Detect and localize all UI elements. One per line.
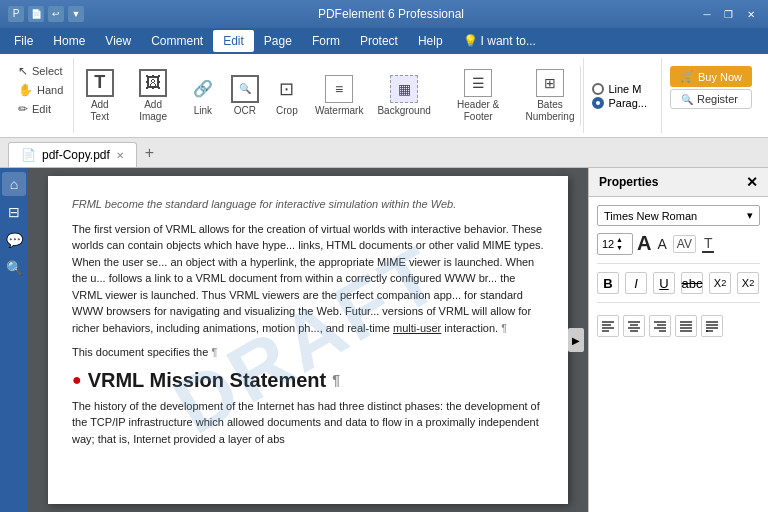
superscript-button[interactable]: X2 (709, 272, 731, 294)
close-button[interactable]: ✕ (742, 7, 760, 21)
align-right-button[interactable] (649, 315, 671, 337)
bold-button[interactable]: B (597, 272, 619, 294)
pdf-text-top: FRML become the standard language for in… (72, 196, 544, 213)
home-sidebar-button[interactable]: ⌂ (2, 172, 26, 196)
properties-close-icon[interactable]: ✕ (746, 174, 758, 190)
align-center-button[interactable] (623, 315, 645, 337)
small-a-button[interactable]: A (657, 236, 666, 252)
italic-button[interactable]: I (625, 272, 647, 294)
subscript-button[interactable]: X2 (737, 272, 759, 294)
title-icon-4: ▼ (68, 6, 84, 22)
menu-page[interactable]: Page (254, 30, 302, 52)
ribbon-tools: T Add Text 🖼 Add Image 🔗 Link 🔍 OCR ⊡ Cr… (76, 58, 581, 133)
format-buttons-row: B I U abc X2 X2 (597, 272, 760, 294)
ocr-tool[interactable]: 🔍 OCR (225, 71, 265, 121)
pdf-content: DRAFT FRML become the standard language … (28, 168, 588, 512)
menu-comment[interactable]: Comment (141, 30, 213, 52)
align-justify-button[interactable] (675, 315, 697, 337)
para-mode-radio[interactable]: Parag... (592, 97, 647, 109)
pencil-icon: ✏ (18, 102, 28, 116)
list-icon (705, 319, 719, 333)
select-tool[interactable]: ↖ Select (14, 62, 67, 80)
add-image-tool[interactable]: 🖼 Add Image (125, 65, 181, 127)
menu-view[interactable]: View (95, 30, 141, 52)
bullet-icon: ● (72, 371, 82, 389)
divider-1 (597, 263, 760, 264)
big-a-button[interactable]: A (637, 232, 651, 255)
crop-icon: ⊡ (273, 75, 301, 103)
t-underline-button[interactable]: T (702, 235, 715, 253)
watermark-icon: ≡ (325, 75, 353, 103)
file-tab-pdf-copy[interactable]: 📄 pdf-Copy.pdf ✕ (8, 142, 137, 167)
search-register-icon: 🔍 (681, 94, 693, 105)
line-mode-radio[interactable]: Line M (592, 83, 647, 95)
menu-form[interactable]: Form (302, 30, 350, 52)
header-footer-tool[interactable]: ☰ Header & Footer (439, 65, 518, 127)
strikethrough-button[interactable]: abc (681, 272, 703, 294)
link-tool[interactable]: 🔗 Link (183, 71, 223, 121)
font-size-down[interactable]: ▼ (616, 244, 628, 252)
app-title: PDFelement 6 Professional (318, 7, 464, 21)
underline-button[interactable]: U (653, 272, 675, 294)
align-justify-icon (679, 319, 693, 333)
left-sidebar: ⌂ ⊟ 💬 🔍 (0, 168, 28, 512)
title-icon-2: 📄 (28, 6, 44, 22)
tab-bar: 📄 pdf-Copy.pdf ✕ + (0, 138, 768, 168)
ocr-icon: 🔍 (231, 75, 259, 103)
register-button[interactable]: 🔍 Register (670, 89, 752, 109)
ribbon: ↖ Select ✋ Hand ✏ Edit T Add Text 🖼 Add … (0, 54, 768, 138)
font-size-steppers: ▲ ▼ (616, 236, 628, 252)
divider-2 (597, 302, 760, 303)
header-footer-icon: ☰ (464, 69, 492, 97)
multiuser-text: multi-user (393, 322, 441, 334)
properties-body: Times New Roman ▾ 12 ▲ ▼ A A AV T (589, 197, 768, 345)
font-size-box[interactable]: 12 ▲ ▼ (597, 233, 633, 255)
radio-para-indicator (592, 97, 604, 109)
add-text-tool[interactable]: T Add Text (76, 65, 123, 127)
cursor-icon: ↖ (18, 64, 28, 78)
watermark-tool[interactable]: ≡ Watermark (309, 71, 370, 121)
menu-i-want-to[interactable]: 💡 I want to... (453, 30, 546, 52)
search-sidebar-button[interactable]: 🔍 (2, 256, 26, 280)
hand-tool[interactable]: ✋ Hand (14, 81, 67, 99)
edit-tool[interactable]: ✏ Edit (14, 100, 67, 118)
menu-home[interactable]: Home (43, 30, 95, 52)
font-size-up[interactable]: ▲ (616, 236, 628, 244)
para-mark-1: ¶ (501, 322, 507, 334)
properties-panel: Properties ✕ Times New Roman ▾ 12 ▲ ▼ (588, 168, 768, 512)
hand-icon: ✋ (18, 83, 33, 97)
select-tools-group: ↖ Select ✋ Hand ✏ Edit (8, 58, 74, 133)
link-icon: 🔗 (189, 75, 217, 103)
background-tool[interactable]: ▦ Background (371, 71, 436, 121)
menu-edit[interactable]: Edit (213, 30, 254, 52)
menu-file[interactable]: File (4, 30, 43, 52)
minimize-button[interactable]: ─ (698, 7, 716, 21)
align-left-button[interactable] (597, 315, 619, 337)
font-size-row: 12 ▲ ▼ A A AV T (597, 232, 760, 255)
thumbnails-sidebar-button[interactable]: ⊟ (2, 200, 26, 224)
bates-numbering-tool[interactable]: ⊞ BatesNumbering (520, 65, 582, 127)
pdf-icon: 📄 (21, 148, 36, 162)
para-mark-2: ¶ (211, 346, 217, 358)
add-text-icon: T (86, 69, 114, 97)
new-tab-button[interactable]: + (137, 139, 162, 167)
comments-sidebar-button[interactable]: 💬 (2, 228, 26, 252)
close-tab-button[interactable]: ✕ (116, 150, 124, 161)
menu-protect[interactable]: Protect (350, 30, 408, 52)
title-bar: P 📄 ↩ ▼ PDFelement 6 Professional ─ ❐ ✕ (0, 0, 768, 28)
font-letter-row: A A AV T (637, 232, 714, 255)
lightbulb-icon: 💡 (463, 34, 478, 48)
radio-line-indicator (592, 83, 604, 95)
radio-options: Line M Parag... (592, 83, 647, 109)
align-left-icon (601, 319, 615, 333)
restore-button[interactable]: ❐ (720, 7, 738, 21)
chevron-down-icon: ▾ (747, 209, 753, 222)
list-button[interactable] (701, 315, 723, 337)
main-area: ⌂ ⊟ 💬 🔍 DRAFT FRML become the standard l… (0, 168, 768, 512)
scroll-arrow[interactable]: ▶ (568, 328, 584, 352)
font-select[interactable]: Times New Roman ▾ (597, 205, 760, 226)
buy-now-button[interactable]: 🛒 Buy Now (670, 66, 752, 87)
av-button[interactable]: AV (673, 235, 696, 253)
crop-tool[interactable]: ⊡ Crop (267, 71, 307, 121)
menu-help[interactable]: Help (408, 30, 453, 52)
